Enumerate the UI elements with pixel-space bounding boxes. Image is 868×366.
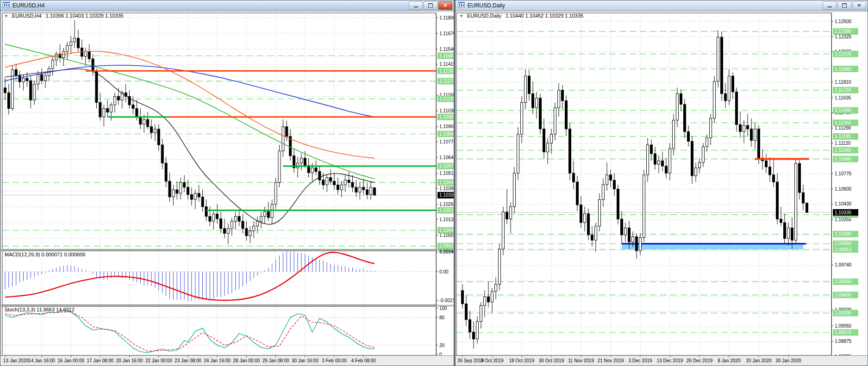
svg-text:1.10210: 1.10210 <box>439 208 454 213</box>
svg-text:1.08975: 1.08975 <box>835 330 852 335</box>
daily-chart-client: 1.125001.123251.121551.118101.116351.114… <box>456 11 868 366</box>
svg-text:1.10775: 1.10775 <box>439 139 454 144</box>
svg-text:0.00: 0.00 <box>439 269 449 274</box>
chart-symbol: EURUSD,H4 <box>12 13 42 19</box>
svg-text:1.10045: 1.10045 <box>439 228 454 233</box>
svg-text:1.09050: 1.09050 <box>835 323 852 329</box>
chart-symbol: EURUSD,Daily <box>467 13 501 19</box>
svg-text:24 Jan 16:00: 24 Jan 16:00 <box>204 358 231 363</box>
svg-text:16 Jan 00:00: 16 Jan 00:00 <box>57 358 84 363</box>
svg-text:1.10440: 1.10440 <box>439 180 454 185</box>
svg-text:0.001452: 0.001452 <box>439 249 454 254</box>
svg-text:30 Oct 2019: 30 Oct 2019 <box>539 358 564 363</box>
chart-menu-caret-icon[interactable]: ▼ <box>460 14 463 18</box>
titlebar-daily[interactable]: EURUSD,Daily ✕ <box>456 0 868 11</box>
svg-text:1.10840: 1.10840 <box>439 131 454 136</box>
svg-text:22 Jan 00:00: 22 Jan 00:00 <box>145 358 172 363</box>
maximize-button[interactable] <box>424 1 437 10</box>
svg-text:1.10430: 1.10430 <box>835 201 852 206</box>
svg-text:13 Jan 2020: 13 Jan 2020 <box>3 358 29 363</box>
minimize-button[interactable] <box>409 1 423 10</box>
svg-text:1.11030: 1.11030 <box>439 108 454 113</box>
svg-text:1.11485: 1.11485 <box>439 53 454 58</box>
window-title: EURUSD,H4 <box>12 2 44 9</box>
close-button[interactable]: ✕ <box>852 1 866 10</box>
svg-text:1.11360: 1.11360 <box>439 68 454 74</box>
svg-text:1.10600: 1.10600 <box>835 186 852 192</box>
svg-text:1.10390: 1.10390 <box>439 186 454 191</box>
svg-text:1.10980: 1.10980 <box>439 114 454 119</box>
chart-window-icon <box>458 1 465 10</box>
svg-text:1.11195: 1.11195 <box>835 134 851 139</box>
svg-text:23 Jan 08:00: 23 Jan 08:00 <box>175 358 201 363</box>
svg-text:1.10645: 1.10645 <box>439 155 454 160</box>
svg-text:1.11130: 1.11130 <box>439 96 454 101</box>
svg-text:29 Jan 08:00: 29 Jan 08:00 <box>262 358 289 363</box>
svg-text:1.09915: 1.09915 <box>439 243 454 248</box>
chart-info-line[interactable]: ▼ EURUSD,Daily 1.10440 1.10452 1.10329 1… <box>460 13 583 19</box>
svg-text:1.11540: 1.11540 <box>439 47 454 52</box>
window-title: EURUSD,Daily <box>468 2 505 9</box>
minimize-button[interactable] <box>823 1 837 10</box>
svg-text:1.09980: 1.09980 <box>835 241 852 246</box>
chart-window-icon <box>3 1 10 10</box>
svg-text:20 Jan 16:00: 20 Jan 16:00 <box>116 358 143 363</box>
h4-chart-client: 1.118001.116701.115401.114151.111601.110… <box>0 11 454 366</box>
svg-text:3 Feb 00:00: 3 Feb 00:00 <box>322 358 347 363</box>
chart-window-daily[interactable]: EURUSD,Daily ✕ 1.125001.123251.121551.11… <box>455 0 868 366</box>
svg-text:1.09550: 1.09550 <box>835 279 852 284</box>
svg-text:4 Feb 08:00: 4 Feb 08:00 <box>351 358 376 363</box>
svg-text:1.10090: 1.10090 <box>835 231 852 236</box>
svg-text:1.11275: 1.11275 <box>439 79 454 84</box>
svg-text:1.11810: 1.11810 <box>835 80 851 85</box>
daily-chart-canvas[interactable]: 1.125001.123251.121551.118101.116351.114… <box>456 11 868 366</box>
svg-text:80: 80 <box>439 315 445 320</box>
svg-text:1.11490: 1.11490 <box>835 108 851 113</box>
svg-text:26 Dec 2019: 26 Dec 2019 <box>687 358 713 363</box>
svg-text:1.10900: 1.10900 <box>439 124 454 129</box>
svg-text:1.10940: 1.10940 <box>835 156 852 161</box>
svg-text:11 Nov 2019: 11 Nov 2019 <box>568 358 594 363</box>
svg-text:1.10335: 1.10335 <box>835 210 852 215</box>
svg-text:8 Oct 2019: 8 Oct 2019 <box>481 358 504 363</box>
svg-text:1.09400: 1.09400 <box>835 292 852 298</box>
svg-text:18 Oct 2019: 18 Oct 2019 <box>509 358 535 363</box>
svg-text:1.11960: 1.11960 <box>835 67 851 72</box>
svg-text:26 Sep 2019: 26 Sep 2019 <box>457 358 484 363</box>
svg-text:1.09195: 1.09195 <box>835 310 852 316</box>
svg-text:1.08875: 1.08875 <box>835 339 852 344</box>
svg-text:1.11720: 1.11720 <box>835 87 851 93</box>
chart-window-h4[interactable]: EURUSD,H4 ✕ 1.118001.116701.115401.11415… <box>0 0 454 366</box>
svg-text:30 Jan 16:00: 30 Jan 16:00 <box>292 358 318 363</box>
svg-text:100: 100 <box>439 306 447 311</box>
svg-text:1.10135: 1.10135 <box>439 217 454 222</box>
svg-text:28 Jan 00:00: 28 Jan 00:00 <box>233 358 260 363</box>
macd-indicator-label: MACD(12,26,9) 0.000071 0.000606 <box>5 252 85 257</box>
svg-text:14 Jan 16:00: 14 Jan 16:00 <box>28 358 55 363</box>
svg-text:30 Jan 2020: 30 Jan 2020 <box>775 358 801 363</box>
svg-text:1.12325: 1.12325 <box>835 34 852 39</box>
svg-text:1.11040: 1.11040 <box>835 148 851 153</box>
svg-text:1.10775: 1.10775 <box>835 171 852 176</box>
stoch-indicator-label: Stoch(13,3,3) 11.9663 14.6912 <box>5 307 75 312</box>
maximize-button[interactable] <box>837 1 851 10</box>
svg-text:20: 20 <box>439 343 445 348</box>
svg-text:1.11290: 1.11290 <box>835 125 851 130</box>
svg-text:13 Dec 2019: 13 Dec 2019 <box>657 358 683 363</box>
svg-text:8 Jan 2020: 8 Jan 2020 <box>718 358 741 363</box>
svg-text:1.10575: 1.10575 <box>439 163 454 168</box>
chart-menu-caret-icon[interactable]: ▼ <box>5 14 8 18</box>
svg-text:-0.00215: -0.00215 <box>439 298 454 303</box>
svg-text:3 Dec 2019: 3 Dec 2019 <box>628 358 652 363</box>
titlebar-h4[interactable]: EURUSD,H4 ✕ <box>0 0 454 11</box>
close-button[interactable]: ✕ <box>438 1 452 10</box>
svg-text:1.11800: 1.11800 <box>439 15 454 20</box>
svg-text:1.11670: 1.11670 <box>439 31 454 36</box>
svg-text:1.09915: 1.09915 <box>835 247 852 252</box>
svg-text:21 Nov 2019: 21 Nov 2019 <box>598 358 624 363</box>
svg-text:1.11350: 1.11350 <box>835 120 851 125</box>
svg-text:1.12130: 1.12130 <box>835 51 852 56</box>
svg-text:1.11415: 1.11415 <box>439 62 454 67</box>
svg-text:1.12385: 1.12385 <box>835 29 852 34</box>
chart-info-line[interactable]: ▼ EURUSD,H4 1.10396 1.10403 1.10329 1.10… <box>5 13 124 19</box>
